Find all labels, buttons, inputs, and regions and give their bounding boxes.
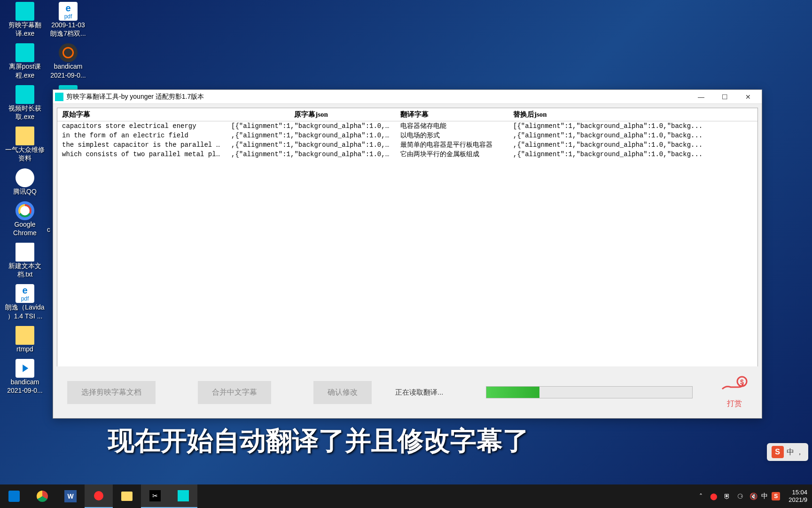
taskbar-chrome[interactable] (28, 484, 56, 508)
desktop-icon-label: 腾讯QQ (13, 187, 37, 196)
taskbar-jianying[interactable]: ✂ (141, 484, 169, 508)
progress-fill (486, 387, 540, 398)
desktop-icon-label: 一气大众维修 资料 (5, 145, 45, 162)
donate-label: 打赏 (727, 399, 742, 409)
desktop-icon-label: Google Chrome (13, 220, 37, 237)
table-cell: ,{"alignment":1,"background_alpha":1.0,"… (226, 151, 396, 158)
tray-volume-icon[interactable]: 🔇 (748, 491, 758, 501)
table-row[interactable]: which consists of two parallel metal pla… (57, 150, 757, 159)
table-cell: ,{"alignment":1,"background_alpha":1.0,"… (508, 151, 757, 158)
desktop-icon[interactable]: 视频时长获 取.exe (4, 85, 46, 121)
table-cell: ,{"alignment":1,"background_alpha":1.0,"… (226, 141, 396, 149)
desktop-icon[interactable]: 一气大众维修 资料 (4, 127, 46, 162)
desktop-icon[interactable]: 朗逸（Lavida ）1.4 TSI ... (4, 284, 46, 320)
taskbar-clock[interactable]: 15:04 2021/9 (789, 489, 807, 503)
close-button[interactable]: ✕ (736, 90, 760, 103)
taskbar: W ✂ ˄ ⬤ ⛨ ⚆ 🔇 中 S 15:04 2021/9 (0, 484, 812, 508)
table-cell: ,{"alignment":1,"background_alpha":1.0,"… (508, 141, 757, 149)
stray-text: c (47, 226, 50, 233)
status-text: 正在读取翻译... (395, 388, 444, 397)
col-translated-subtitle: 翻译字幕 (396, 108, 508, 121)
desktop-icon[interactable]: 腾讯QQ (4, 168, 46, 196)
desktop-icon[interactable]: Google Chrome (4, 201, 46, 237)
minimize-button[interactable]: — (689, 90, 713, 103)
desktop-icon[interactable]: bandicam 2021-09-0... (47, 43, 89, 79)
table-row[interactable]: in the form of an electric field,{"align… (57, 131, 757, 140)
desktop-icon-label: 新建文本文 档.txt (8, 262, 41, 278)
ime-badge[interactable]: S 中 ， (767, 443, 808, 461)
subtitle-table: 原始字幕 原字幕json 翻译字幕 替换后json capacitors sto… (57, 108, 758, 371)
table-cell: 它由两块平行的金属板组成 (396, 150, 508, 159)
table-cell: which consists of two parallel metal pla… (57, 151, 226, 158)
folder-icon (16, 127, 34, 145)
donate-icon: $ (721, 375, 748, 398)
desktop-icon[interactable]: rtmpd (4, 326, 46, 353)
cyan-icon (16, 85, 34, 104)
table-cell: ,{"alignment":1,"background_alpha":1.0,"… (226, 132, 396, 139)
confirm-modify-button[interactable]: 确认修改 (313, 381, 372, 404)
table-row[interactable]: the simplest capacitor is the parallel p… (57, 140, 757, 150)
tray-record-icon[interactable]: ⬤ (709, 491, 719, 501)
table-cell: 以电场的形式 (396, 131, 508, 140)
cyan-icon (16, 2, 34, 21)
desktop-icon-label: 剪映字幕翻 译.exe (8, 21, 41, 38)
app-window: 剪映字幕翻译工具-by younger 适配剪影1.7版本 — ☐ ✕ 原始字幕… (53, 89, 762, 419)
col-replaced-json: 替换后json (508, 108, 757, 121)
taskbar-edge[interactable] (0, 484, 28, 508)
qq-icon (16, 168, 34, 187)
col-original-subtitle: 原始字幕 (57, 108, 226, 121)
tray-sogou-icon[interactable]: S (771, 491, 781, 501)
merge-chinese-button[interactable]: 合并中文字幕 (198, 381, 271, 404)
sogou-icon: S (772, 446, 784, 458)
progress-bar (486, 386, 693, 398)
col-original-json: 原字幕json (226, 108, 396, 121)
desktop-icon[interactable]: 2009-11-03 朗逸7档双... (47, 2, 89, 38)
tray-lang[interactable]: 中 (761, 492, 768, 500)
cyan-icon (16, 43, 34, 62)
table-row[interactable]: capacitors store electrical energy[{"ali… (57, 121, 757, 131)
donate-button[interactable]: $ 打赏 (721, 375, 748, 409)
window-title: 剪映字幕翻译工具-by younger 适配剪影1.7版本 (66, 93, 689, 101)
tray-up-icon[interactable]: ˄ (695, 491, 706, 501)
table-header: 原始字幕 原字幕json 翻译字幕 替换后json (57, 108, 757, 121)
select-subtitle-button[interactable]: 选择剪映字幕文档 (67, 381, 156, 404)
txt-icon (16, 243, 34, 262)
desktop-icon[interactable]: 离屏post课 程.exe (4, 43, 46, 79)
chrome-icon (16, 201, 34, 220)
title-bar[interactable]: 剪映字幕翻译工具-by younger 适配剪影1.7版本 — ☐ ✕ (53, 90, 762, 104)
desktop-icon-label: bandicam 2021-09-0... (7, 378, 43, 395)
desktop-icon[interactable]: 剪映字幕翻 译.exe (4, 2, 46, 38)
video-caption: 现在开始自动翻译了并且修改字幕了 (108, 423, 529, 459)
bottom-toolbar: 选择剪映字幕文档 合并中文字幕 确认修改 正在读取翻译... $ 打赏 (53, 366, 762, 418)
desktop-icon[interactable]: 新建文本文 档.txt (4, 243, 46, 278)
app-icon (55, 93, 63, 101)
taskbar-explorer[interactable] (113, 484, 141, 508)
desktop-icon-label: 2009-11-03 朗逸7档双... (50, 21, 86, 38)
desktop-icon-label: 视频时长获 取.exe (8, 104, 41, 121)
tray-shield-icon[interactable]: ⛨ (722, 491, 732, 501)
desktop-icon-label: 朗逸（Lavida ）1.4 TSI ... (5, 303, 44, 320)
bandicam-icon (59, 43, 78, 62)
taskbar-recorder[interactable] (85, 484, 113, 508)
table-cell: [{"alignment":1,"background_alpha":1.0,"… (508, 122, 757, 130)
desktop-icon-label: rtmpd (16, 345, 33, 353)
ime-lang: 中 ， (787, 447, 804, 457)
taskbar-app[interactable] (169, 484, 197, 508)
svg-text:$: $ (740, 378, 744, 386)
table-cell: in the form of an electric field (57, 132, 226, 139)
system-tray: ˄ ⬤ ⛨ ⚆ 🔇 中 S 15:04 2021/9 (695, 489, 812, 503)
pdf-icon (16, 284, 34, 303)
table-cell: [{"alignment":1,"background_alpha":1.0,"… (226, 122, 396, 130)
desktop-icon[interactable]: bandicam 2021-09-0... (4, 359, 46, 395)
taskbar-word[interactable]: W (56, 484, 85, 508)
desktop-icon-label: 离屏post课 程.exe (9, 62, 41, 79)
maximize-button[interactable]: ☐ (713, 90, 736, 103)
video-icon (16, 359, 34, 378)
table-cell: the simplest capacitor is the parallel p… (57, 141, 226, 149)
desktop-icon-label: bandicam 2021-09-0... (50, 62, 86, 79)
table-cell: ,{"alignment":1,"background_alpha":1.0,"… (508, 132, 757, 139)
table-cell: 电容器储存电能 (396, 122, 508, 130)
table-cell: 最简单的电容器是平行板电容器 (396, 141, 508, 149)
tray-wifi-icon[interactable]: ⚆ (735, 491, 745, 501)
table-cell: capacitors store electrical energy (57, 122, 226, 130)
